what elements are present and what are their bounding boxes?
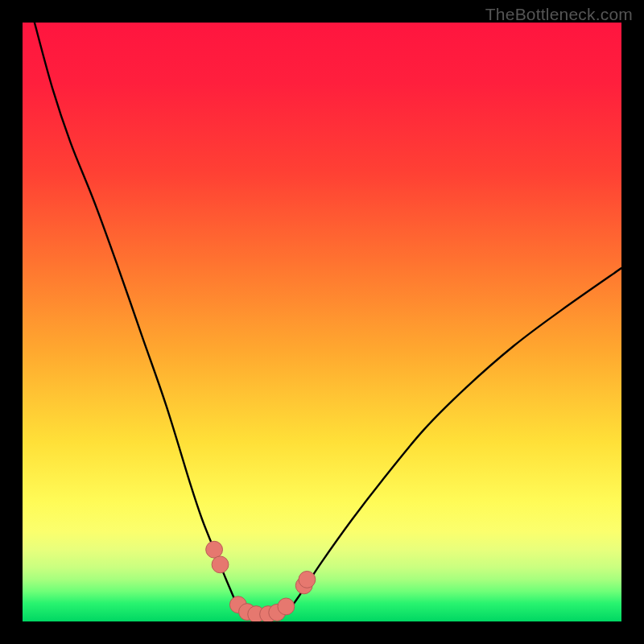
- bottleneck-curve: [35, 23, 621, 616]
- chart-frame: TheBottleneck.com: [0, 0, 644, 644]
- plot-gradient-area: [23, 23, 621, 621]
- curve-layer: [23, 23, 621, 621]
- watermark-label: TheBottleneck.com: [485, 5, 633, 24]
- curve-marker-7: [278, 598, 295, 615]
- curve-marker-0: [206, 541, 223, 558]
- curve-marker-9: [299, 572, 316, 588]
- curve-marker-1: [212, 556, 229, 573]
- curve-markers: [206, 541, 316, 621]
